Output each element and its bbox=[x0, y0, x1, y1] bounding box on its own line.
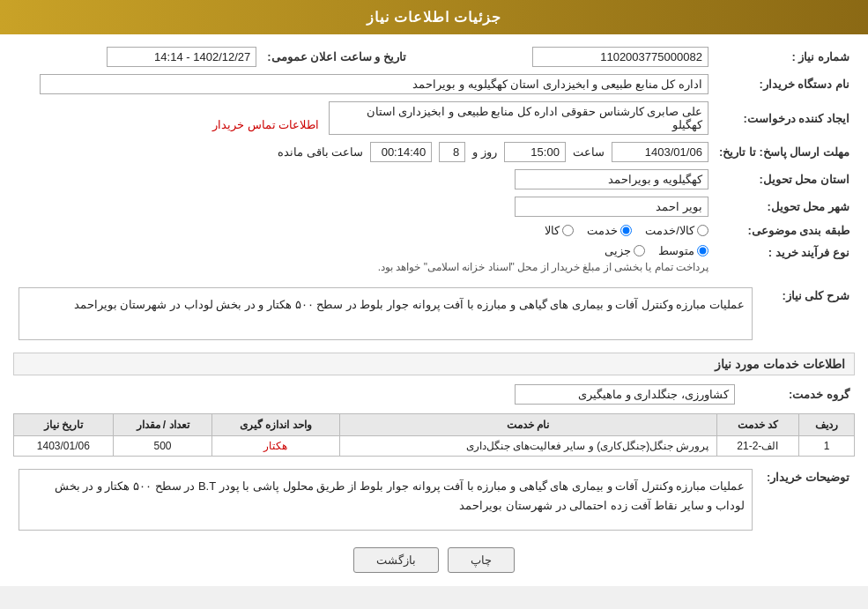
col-radif: ردیف bbox=[799, 414, 855, 436]
grooh-value: کشاورزی، جنگلداری و ماهیگیری bbox=[515, 384, 735, 405]
tozihat-section: توضیحات خریدار: عملیات مبارزه وکنترل آفا… bbox=[13, 465, 855, 534]
saat-value: 15:00 bbox=[504, 142, 566, 162]
col-tarikh-niaz: تاریخ نیاز bbox=[14, 414, 114, 436]
tozihat-value: عملیات مبارزه وکنترل آفات و بیماری های گ… bbox=[19, 469, 753, 531]
saat-label: ساعت bbox=[573, 145, 605, 159]
tarikh-value: 1403/01/06 bbox=[612, 142, 708, 162]
baghieh-value: 00:14:40 bbox=[370, 142, 432, 162]
nam-dastgah-label: نام دستگاه خریدار: bbox=[714, 71, 855, 98]
rooz-label: روز و bbox=[472, 145, 497, 159]
sharh-label: شرح کلی نیاز: bbox=[758, 284, 855, 344]
btn-row: بازگشت چاپ bbox=[13, 547, 855, 573]
radio-kala-khedmat[interactable]: کالا/خدمت bbox=[645, 224, 708, 237]
col-vahed: واحد اندازه گیری bbox=[212, 414, 339, 436]
radio-motawaset[interactable]: متوسط bbox=[658, 244, 708, 257]
info-section-title: اطلاعات خدمات مورد نیاز bbox=[13, 353, 855, 375]
ijad-konande-value: علی صابری کارشناس حقوقی اداره کل منابع ط… bbox=[329, 101, 708, 135]
mohlet-label: مهلت ارسال پاسخ: تا تاریخ: bbox=[714, 138, 855, 166]
page-title: جزئیات اطلاعات نیاز bbox=[367, 10, 502, 25]
tabaqe-label: طبقه بندی موضوعی: bbox=[714, 220, 855, 241]
radio-jozyi[interactable]: جزیی bbox=[605, 244, 645, 257]
baghieh-label: ساعت باقی مانده bbox=[278, 145, 363, 159]
page-header: جزئیات اطلاعات نیاز bbox=[0, 0, 868, 34]
table-row: 1 الف-2-21 پرورش جنگل(جنگل‌کاری) و سایر … bbox=[14, 436, 855, 457]
sharh-value: عملیات مبارزه وکنترل آفات و بیماری های گ… bbox=[19, 287, 753, 340]
main-content: شماره نیاز : 1102003775000082 تاریخ و سا… bbox=[0, 34, 868, 586]
shomare-niaz-value: 1102003775000082 bbox=[532, 47, 708, 67]
shahr-label: شهر محل تحویل: bbox=[714, 193, 855, 220]
radio-kala[interactable]: کالا bbox=[545, 224, 574, 237]
grooh-section: گروه خدمت: کشاورزی، جنگلداری و ماهیگیری bbox=[13, 381, 855, 408]
rooz-value: 8 bbox=[439, 142, 465, 162]
services-table: ردیف کد خدمت نام خدمت واحد اندازه گیری ت… bbox=[13, 413, 855, 457]
ejad-link[interactable]: اطلاعات تماس خریدار bbox=[212, 118, 319, 131]
tarikh-elaan-label: تاریخ و ساعت اعلان عمومی: bbox=[262, 43, 424, 71]
ostan-label: استان محل تحویل: bbox=[714, 166, 855, 193]
info-grid-top: شماره نیاز : 1102003775000082 تاریخ و سا… bbox=[13, 43, 855, 277]
col-tedad: تعداد / مقدار bbox=[113, 414, 212, 436]
page-container: جزئیات اطلاعات نیاز شماره نیاز : 1102003… bbox=[0, 0, 868, 586]
nooe-farayand-label: نوع فرآیند خرید : bbox=[714, 241, 855, 277]
radio-khedmat[interactable]: خدمت bbox=[587, 224, 632, 237]
sharh-section: شرح کلی نیاز: عملیات مبارزه وکنترل آفات … bbox=[13, 284, 855, 344]
col-nam-khedmat: نام خدمت bbox=[339, 414, 716, 436]
ostan-value: کهگیلویه و بویراحمد bbox=[515, 169, 708, 189]
shahr-value: بویر احمد bbox=[515, 197, 708, 217]
shomare-niaz-label: شماره نیاز : bbox=[714, 43, 855, 71]
btn-chap[interactable]: چاپ bbox=[448, 547, 515, 573]
nam-dastgah-value: اداره کل منابع طبیعی و ابخیزداری استان ک… bbox=[40, 74, 708, 94]
farayand-note: پرداخت تمام یا بخشی از مبلغ خریدار از مح… bbox=[19, 261, 708, 273]
col-kod-khedmat: کد خدمت bbox=[716, 414, 799, 436]
grooh-label: گروه خدمت: bbox=[740, 381, 855, 408]
ijad-konande-label: ایجاد کننده درخواست: bbox=[714, 98, 855, 138]
btn-bazgasht[interactable]: بازگشت bbox=[353, 547, 439, 573]
tozihat-label: توضیحات خریدار: bbox=[758, 465, 855, 534]
tarikh-elaan-value: 1402/12/27 - 14:14 bbox=[107, 47, 256, 67]
